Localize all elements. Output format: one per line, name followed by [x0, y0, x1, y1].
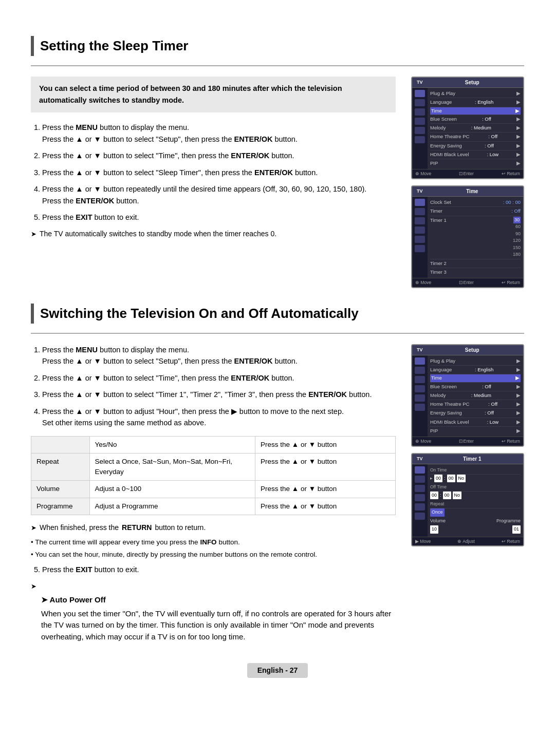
tv-icon-6 [415, 136, 425, 143]
setup-screen-2-footer: ⊕ Move ⊡Enter ↩ Return [412, 437, 523, 446]
time-content-1: Clock Set : 00 : 00 Timer : Off Timer 1 … [428, 197, 523, 278]
col-desc-yesno: Yes/No [89, 436, 255, 453]
col-action-repeat: Press the ▲ or ▼ button [255, 453, 396, 481]
timer1-screen-title: TV Timer 1 [412, 454, 523, 464]
switch-screens: TV Setup Plug & Play ▶ [411, 344, 524, 643]
sleep-timer-block: You can select a time period of between … [31, 77, 524, 288]
setup-content-1: Plug & Play ▶ Language : English ▶ Time … [428, 88, 523, 169]
setup-row-pip: PIP ▶ [430, 159, 521, 167]
switch-instructions: Press the MENU button to display the men… [31, 344, 396, 643]
tv-sidebar-1 [412, 88, 428, 169]
auto-power-section [31, 581, 396, 592]
setup2-row-htpc: Home Theatre PC : Off ▶ [430, 400, 521, 409]
setup-row-htpc: Home Theatre PC : Off ▶ [430, 133, 521, 141]
timer1-content: On Time ▸ 00 : 00 No Off Time 00 : 00 No [428, 464, 523, 537]
setup2-row-energy: Energy Saving : Off ▶ [430, 409, 521, 418]
switch-step-1: Press the MENU button to display the men… [42, 344, 396, 367]
sub-note-2: • You can set the hour, minute, directly… [31, 550, 396, 560]
tv-icon-2-3 [415, 217, 425, 224]
auto-power-note [31, 581, 396, 592]
setup-screen-2: TV Setup Plug & Play ▶ [411, 344, 524, 447]
switch-steps: Press the MENU button to display the men… [31, 344, 396, 429]
col-label-repeat: Repeat [31, 453, 90, 481]
col-desc-repeat: Select a Once, Sat~Sun, Mon~Sat, Mon~Fri… [89, 453, 255, 481]
switch-step-5: Press the EXIT button to exit. [42, 564, 396, 575]
auto-power-title: ➤ Auto Power Off [41, 594, 396, 606]
tv-icon-4-5 [415, 503, 425, 511]
tv-icon-1 [415, 90, 425, 97]
timer1-offtime-row: 00 : 00 No [430, 492, 521, 500]
timer1-vol-prog-values: 10 01 [430, 525, 521, 534]
tv-icon-3-3 [415, 376, 425, 383]
setup-row-melody: Melody : Medium ▶ [430, 124, 521, 133]
time-row-t2: Timer 2 [430, 259, 521, 268]
tv-icon-2 [415, 99, 425, 106]
timer1-repeat-label: Repeat [430, 500, 521, 508]
tv-icon-4-1 [415, 466, 425, 474]
switch-note-1: When finished, press the RETURN button t… [31, 522, 396, 533]
timer1-vol-label: Volume [430, 518, 446, 525]
col-label-programme: Programme [31, 498, 90, 515]
tv-icon-3-2 [415, 367, 425, 374]
time-row-timer: Timer : Off [430, 207, 521, 216]
sub-notes: • The current time will appear every tim… [31, 537, 396, 560]
timer1-screen-footer: ▶ Move ⊕ Adjust ↩ Return [412, 537, 523, 546]
setup-row-lang: Language : English ▶ [430, 98, 521, 107]
tv-icon-4-4 [415, 494, 425, 501]
section-title-sleep-timer: Setting the Sleep Timer [31, 36, 524, 56]
auto-power-text: When you set the timer "On", the TV will… [41, 608, 396, 643]
section-divider-1 [31, 65, 524, 66]
setup-screen-1-footer: ⊕ Move ⊡Enter ↩ Return [412, 169, 523, 178]
timer1-off-toggle: No [453, 492, 462, 500]
footer-badge: English - 27 [247, 663, 308, 678]
tv-icon-4-6 [415, 513, 425, 520]
time-row-t3: Timer 3 [430, 268, 521, 276]
setup2-row-melody: Melody : Medium ▶ [430, 391, 521, 400]
setup2-row-plug: Plug & Play ▶ [430, 357, 521, 366]
sleep-step-4: Press the ▲ or ▼ button repeatedly until… [42, 183, 396, 206]
timer1-ontime-row: ▸ 00 : 00 No [430, 475, 521, 483]
switch-step-4: Press the ▲ or ▼ button to adjust "Hour"… [42, 406, 396, 429]
sleep-timer-screens: TV Setup Plug & Play ▶ [411, 77, 524, 288]
sleep-timer-values: 30 60 90 120 150 180 [513, 217, 521, 258]
table-row-volume: Volume Adjust a 0~100 Press the ▲ or ▼ b… [31, 481, 396, 498]
time-screen-1-title: TV Time [412, 186, 523, 197]
switch-step-2: Press the ▲ or ▼ button to select "Time"… [42, 372, 396, 384]
setup-row-hdmi: HDMI Black Level : Low ▶ [430, 150, 521, 159]
time-screen-1: TV Time Clock Set : 00 : 00 [411, 185, 524, 288]
timer1-prog-label: Programme [496, 518, 521, 525]
timer1-ontime-label: On Time [430, 466, 521, 475]
page-footer: English - 27 [31, 663, 524, 678]
section-title-switch: Switching the Television On and Off Auto… [31, 304, 524, 324]
timer1-off-m: 00 [443, 492, 451, 500]
timer1-off-h: 00 [430, 492, 438, 500]
tv-icon-2-4 [415, 226, 425, 234]
tv-icon-5 [415, 127, 425, 134]
timer1-on-m: 00 [447, 475, 455, 483]
timer1-vol-value: 10 [430, 525, 438, 534]
tv-icon-2-1 [415, 199, 425, 206]
setup-row-blue: Blue Screen : Off ▶ [430, 115, 521, 124]
col-label-volume: Volume [31, 481, 90, 498]
setup2-row-time: Time ▶ [430, 374, 521, 382]
tv-icon-4-2 [415, 476, 425, 483]
setup2-row-lang: Language : English ▶ [430, 366, 521, 374]
sleep-step-1: Press the MENU button to display the men… [42, 122, 396, 145]
setup-screen-1: TV Setup Plug & Play ▶ [411, 77, 524, 179]
tv-icon-4 [415, 118, 425, 125]
time-screen-1-footer: ⊕ Move ⊡Enter ↩ Return [412, 278, 523, 287]
timer1-prog-value: 01 [512, 525, 521, 534]
table-row-yesno: Yes/No Press the ▲ or ▼ button [31, 436, 396, 453]
sleep-timer-note: The TV automatically switches to standby… [31, 229, 396, 239]
sleep-step-5: Press the EXIT button to exit. [42, 212, 396, 223]
setup-screen-1-body: Plug & Play ▶ Language : English ▶ Time … [412, 88, 523, 169]
sleep-step-2: Press the ▲ or ▼ button to select "Time"… [42, 150, 396, 161]
timer1-body: On Time ▸ 00 : 00 No Off Time 00 : 00 No [412, 464, 523, 537]
timer1-repeat-row: Once [430, 508, 521, 517]
setup-content-2: Plug & Play ▶ Language : English ▶ Time … [428, 355, 523, 437]
tv-icon-3 [415, 108, 425, 116]
tv-sidebar-3 [412, 355, 428, 437]
tv-icon-2-6 [415, 245, 425, 252]
time-row-t1: Timer 1 30 60 90 120 150 180 [430, 216, 521, 259]
time-screen-1-body: Clock Set : 00 : 00 Timer : Off Timer 1 … [412, 197, 523, 278]
